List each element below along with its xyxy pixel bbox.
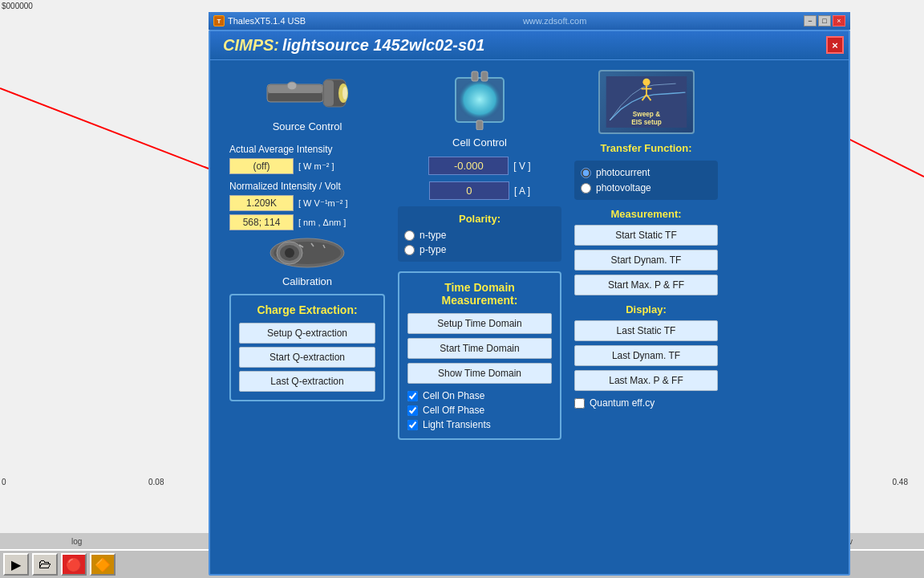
coord-x-axis-left: 0.08 — [148, 478, 164, 486]
sweep-eis-section: Sweep & EIS setup — [574, 70, 718, 134]
quantum-checkbox[interactable] — [574, 398, 585, 409]
taskbar-btn-3[interactable]: 🔴 — [61, 553, 87, 576]
svg-rect-20 — [472, 71, 478, 81]
graph-line-left — [0, 40, 209, 201]
center-column: Cell Control [ V ] [ A ] Polarity: n-typ — [391, 70, 568, 440]
polarity-ptype-label: p-type — [419, 244, 446, 255]
display-header: Display: — [574, 303, 718, 315]
quantum-label: Quantum eff.cy — [590, 397, 654, 409]
time-domain-header1: Time Domain — [407, 281, 552, 294]
start-max-p-ff-btn[interactable]: Start Max. P & FF — [574, 275, 718, 295]
polarity-section: Polarity: n-type p-type — [398, 206, 561, 262]
sweep-graph-icon: Sweep & EIS setup — [602, 76, 691, 128]
wavelength-field-row: [ nm , Δnm ] — [229, 214, 385, 230]
tf-radio-container: photocurrent photovoltage — [574, 161, 718, 200]
intensity-value[interactable] — [229, 158, 294, 174]
polarity-ntype-row: n-type — [404, 230, 555, 241]
coord-label-top-left: $000000 — [2, 2, 33, 10]
calibration-label: Calibration — [282, 275, 332, 287]
photovoltage-label: photovoltage — [596, 182, 651, 193]
taskbar-play-btn[interactable]: ▶ — [3, 553, 29, 576]
taskbar-btn-4[interactable]: 🔶 — [90, 553, 116, 576]
photovoltage-radio[interactable] — [581, 183, 591, 193]
dialog-body: Source Control Actual Average Intensity … — [210, 60, 849, 450]
axis-label-log: log — [71, 537, 82, 546]
photocurrent-row: photocurrent — [581, 167, 711, 178]
coord-y-axis-zero: 0 — [2, 478, 6, 486]
light-transients-row: Light Transients — [407, 419, 552, 430]
close-btn-top[interactable]: × — [833, 15, 845, 26]
measurement-header: Measurement: — [574, 208, 718, 220]
app-titlebar: T ThalesXT5.1.4 USB www.zdsoft.com − □ × — [209, 12, 850, 30]
intensity-field-row: [ W m⁻² ] — [229, 158, 385, 174]
voltage-display — [428, 157, 509, 175]
svg-point-24 — [642, 79, 650, 86]
intensity-unit: [ W m⁻² ] — [298, 161, 334, 172]
photocurrent-radio[interactable] — [581, 168, 591, 178]
calibration-section: Calibration — [229, 237, 385, 287]
cell-on-phase-checkbox[interactable] — [407, 391, 418, 401]
current-unit: [ A ] — [514, 185, 530, 197]
dialog-title-accent: CIMPS: — [223, 36, 279, 55]
normalized-value[interactable] — [229, 195, 294, 211]
current-display — [429, 181, 509, 200]
start-q-extraction-btn[interactable]: Start Q-extraction — [239, 347, 375, 368]
svg-rect-22 — [476, 120, 483, 130]
start-time-domain-btn[interactable]: Start Time Domain — [407, 338, 552, 359]
svg-rect-6 — [324, 80, 334, 106]
svg-rect-21 — [481, 71, 488, 81]
current-row: [ A ] — [429, 181, 530, 200]
app-title: ThalesXT5.1.4 USB — [228, 16, 306, 26]
cell-off-phase-label: Cell Off Phase — [423, 405, 484, 416]
last-q-extraction-btn[interactable]: Last Q-extraction — [239, 371, 375, 392]
svg-point-8 — [342, 87, 347, 100]
last-dynam-tf-btn[interactable]: Last Dynam. TF — [574, 345, 718, 366]
watermark-label: www.zdsoft.com — [306, 16, 804, 26]
quantum-row: Quantum eff.cy — [574, 397, 718, 409]
last-static-tf-btn[interactable]: Last Static TF — [574, 320, 718, 341]
dialog-title-sub: lightsource 1452wlc02-s01 — [282, 36, 484, 55]
window-controls: − □ × — [804, 15, 845, 26]
light-transients-checkbox[interactable] — [407, 420, 418, 430]
svg-rect-4 — [268, 93, 322, 101]
intensity-section: Actual Average Intensity [ W m⁻² ] — [229, 144, 385, 174]
start-dynam-tf-btn[interactable]: Start Dynam. TF — [574, 250, 718, 271]
cell-off-phase-checkbox[interactable] — [407, 405, 418, 416]
polarity-ptype-radio[interactable] — [404, 245, 415, 255]
cell-control-label: Cell Control — [452, 136, 507, 149]
svg-text:Sweep &: Sweep & — [632, 111, 659, 118]
transfer-function-section: Transfer Function: photocurrent photovol… — [574, 142, 718, 200]
wavelength-value[interactable] — [229, 214, 294, 230]
calibration-icon — [267, 237, 347, 269]
voltage-row: [ V ] — [428, 157, 530, 175]
normalized-field-row: [ W V⁻¹m⁻² ] — [229, 195, 385, 211]
right-column: Sweep & EIS setup Transfer Function: pho… — [568, 70, 724, 440]
main-dialog: CIMPS: lightsource 1452wlc02-s01 × — [209, 30, 850, 576]
setup-q-extraction-btn[interactable]: Setup Q-extraction — [239, 323, 375, 344]
polarity-header: Polarity: — [404, 213, 555, 225]
dialog-header: CIMPS: lightsource 1452wlc02-s01 × — [210, 31, 849, 60]
light-transients-label: Light Transients — [423, 419, 491, 430]
coord-x-axis-right: 0.48 — [893, 478, 908, 486]
svg-line-0 — [0, 88, 209, 169]
source-control-section: Source Control — [229, 70, 385, 132]
charge-extraction-header: Charge Extraction: — [239, 303, 375, 316]
svg-point-9 — [287, 82, 297, 90]
cell-control-section: Cell Control — [398, 70, 561, 149]
flashlight-wrapper — [263, 70, 351, 114]
cell-off-phase-row: Cell Off Phase — [407, 405, 552, 416]
show-time-domain-btn[interactable]: Show Time Domain — [407, 363, 552, 384]
charge-extraction-section: Charge Extraction: Setup Q-extraction St… — [229, 294, 385, 401]
polarity-ntype-radio[interactable] — [404, 230, 415, 241]
flashlight-icon — [263, 70, 351, 114]
minimize-btn[interactable]: − — [804, 15, 817, 26]
measurement-section: Measurement: Start Static TF Start Dynam… — [574, 208, 718, 295]
start-static-tf-btn[interactable]: Start Static TF — [574, 225, 718, 246]
setup-time-domain-btn[interactable]: Setup Time Domain — [407, 313, 552, 334]
dialog-close-btn[interactable]: × — [826, 36, 844, 54]
time-domain-header2: Measurement: — [407, 294, 552, 307]
taskbar-folder-btn[interactable]: 🗁 — [32, 553, 58, 576]
last-max-p-ff-btn[interactable]: Last Max. P & FF — [574, 370, 718, 391]
restore-btn[interactable]: □ — [818, 15, 831, 26]
source-control-label: Source Control — [273, 120, 342, 132]
